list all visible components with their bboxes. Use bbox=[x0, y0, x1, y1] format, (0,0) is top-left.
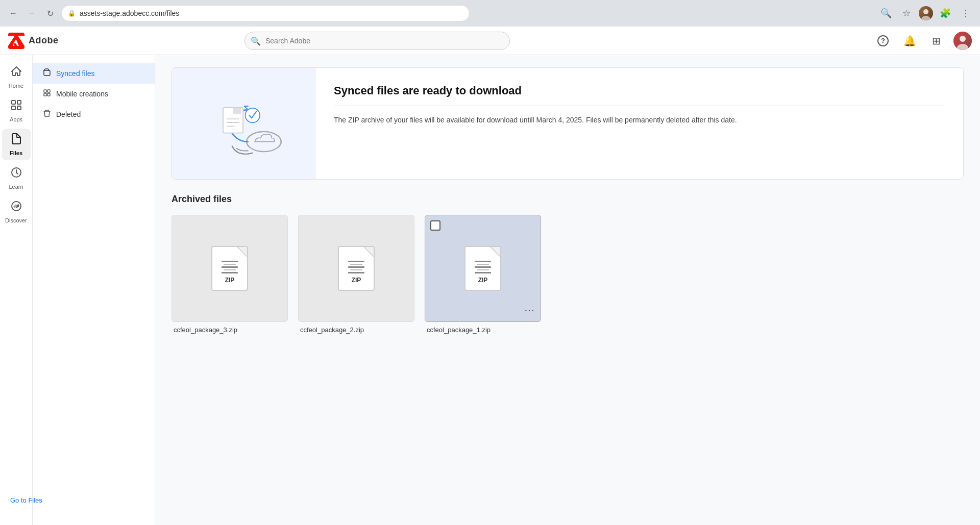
sidebar-item-apps-label: Apps bbox=[10, 116, 22, 122]
user-avatar[interactable] bbox=[953, 32, 972, 50]
search-page-button[interactable]: 🔍 bbox=[878, 5, 894, 21]
search-input[interactable] bbox=[244, 32, 510, 50]
svg-point-1 bbox=[923, 9, 928, 14]
go-to-files-link[interactable]: Go to Files bbox=[33, 496, 42, 504]
files-icon bbox=[10, 133, 22, 148]
url-text: assets-stage.adobecc.com/files bbox=[80, 9, 179, 17]
sidebar-item-files[interactable]: Files bbox=[2, 129, 31, 160]
svg-rect-23 bbox=[250, 137, 277, 151]
adobe-logo-svg bbox=[8, 33, 24, 49]
deleted-icon bbox=[43, 109, 51, 119]
address-bar[interactable]: 🔒 assets-stage.adobecc.com/files bbox=[61, 5, 470, 21]
svg-rect-19 bbox=[47, 90, 50, 92]
help-icon: ? bbox=[877, 35, 889, 46]
illustration-svg bbox=[198, 83, 289, 164]
zip-icon-1: ZIP bbox=[211, 246, 248, 291]
mobile-creations-icon bbox=[43, 89, 51, 99]
home-icon bbox=[10, 65, 22, 81]
file-name-2: ccfeol_package_2.zip bbox=[298, 326, 414, 334]
archived-files-section: Archived files bbox=[172, 194, 964, 334]
apps-icon bbox=[10, 99, 22, 114]
user-avatar-svg bbox=[953, 32, 972, 50]
banner-content: Synced files are ready to download The Z… bbox=[315, 68, 963, 179]
browser-frame: ← → ↻ 🔒 assets-stage.adobecc.com/files 🔍… bbox=[0, 0, 980, 27]
more-options-button-3[interactable]: ⋯ bbox=[522, 303, 536, 317]
sidebar-item-home-label: Home bbox=[9, 83, 23, 89]
lock-icon: 🔒 bbox=[68, 10, 76, 17]
grid-icon: ⊞ bbox=[932, 35, 941, 47]
extensions-button[interactable]: 🧩 bbox=[937, 5, 953, 21]
svg-point-29 bbox=[246, 108, 260, 122]
sidebar-item-home[interactable]: Home bbox=[2, 61, 31, 93]
browser-actions: 🔍 ☆ 🧩 ⋮ bbox=[878, 5, 974, 21]
sidebar-item-files-label: Files bbox=[10, 150, 22, 156]
browser-toolbar: ← → ↻ 🔒 assets-stage.adobecc.com/files 🔍… bbox=[0, 0, 980, 27]
left-sidebar: Home Apps bbox=[0, 55, 33, 525]
svg-rect-10 bbox=[12, 101, 15, 104]
svg-rect-12 bbox=[12, 106, 15, 110]
forward-button[interactable]: → bbox=[24, 6, 39, 20]
menu-button[interactable]: ⋮ bbox=[958, 5, 974, 21]
synced-files-label: Synced files bbox=[56, 69, 94, 78]
sidebar-item-learn[interactable]: Learn bbox=[2, 162, 31, 194]
nav-deleted[interactable]: Deleted bbox=[33, 104, 155, 124]
zip-icon-3: ZIP bbox=[464, 246, 501, 291]
banner-illustration bbox=[172, 68, 315, 179]
reload-button[interactable]: ↻ bbox=[43, 6, 57, 20]
sidebar-item-discover-label: Discover bbox=[5, 217, 27, 223]
file-thumb-2[interactable]: ZIP bbox=[298, 215, 414, 322]
nav-mobile-creations[interactable]: Mobile creations bbox=[33, 84, 155, 104]
mobile-creations-label: Mobile creations bbox=[56, 90, 108, 98]
adobe-logo[interactable]: Adobe bbox=[8, 33, 59, 49]
nav-synced-files[interactable]: Synced files bbox=[33, 63, 155, 84]
nav-actions: ? 🔔 ⊞ bbox=[874, 32, 972, 50]
sidebar-item-discover[interactable]: Discover bbox=[2, 196, 31, 228]
synced-files-banner: Synced files are ready to download The Z… bbox=[172, 67, 964, 180]
svg-point-8 bbox=[960, 36, 966, 42]
content-area: Synced files are ready to download The Z… bbox=[155, 55, 980, 525]
banner-title: Synced files are ready to download bbox=[334, 84, 945, 106]
discover-icon bbox=[10, 200, 22, 215]
browser-profile[interactable] bbox=[919, 6, 933, 20]
file-checkbox-3[interactable] bbox=[430, 220, 440, 231]
nav-sidebar: Synced files Mobile creations bbox=[33, 55, 155, 525]
file-thumb-3[interactable]: ZIP ⋯ bbox=[425, 215, 541, 322]
file-name-3: ccfeol_package_1.zip bbox=[425, 326, 541, 334]
svg-rect-21 bbox=[47, 93, 50, 96]
file-name-1: ccfeol_package_3.zip bbox=[172, 326, 288, 334]
svg-rect-13 bbox=[17, 106, 21, 110]
bookmark-button[interactable]: ☆ bbox=[898, 5, 915, 21]
top-nav: Adobe 🔍 ? 🔔 ⊞ bbox=[0, 27, 980, 55]
help-button[interactable]: ? bbox=[874, 32, 892, 50]
grid-apps-button[interactable]: ⊞ bbox=[927, 32, 945, 50]
notifications-button[interactable]: 🔔 bbox=[900, 32, 919, 50]
learn-icon bbox=[10, 166, 22, 182]
svg-rect-20 bbox=[44, 93, 46, 96]
search-icon: 🔍 bbox=[251, 36, 261, 45]
banner-text: The ZIP archive of your files will be av… bbox=[334, 114, 945, 126]
archived-files-title: Archived files bbox=[172, 194, 964, 205]
file-thumb-1[interactable]: ZIP bbox=[172, 215, 288, 322]
file-card-3: ZIP ⋯ ccfeol_package_1.zip bbox=[425, 215, 541, 334]
files-grid: ZIP ccfeol_package_3.zip bbox=[172, 215, 964, 334]
zip-icon-2: ZIP bbox=[338, 246, 375, 291]
svg-rect-18 bbox=[44, 90, 46, 92]
adobe-wordmark: Adobe bbox=[29, 35, 59, 46]
main-area: Home Apps bbox=[0, 55, 980, 525]
sidebar-item-apps[interactable]: Apps bbox=[2, 95, 31, 127]
bell-icon: 🔔 bbox=[903, 35, 916, 47]
app: Adobe 🔍 ? 🔔 ⊞ bbox=[0, 27, 980, 525]
synced-files-icon bbox=[43, 68, 51, 79]
deleted-label: Deleted bbox=[56, 110, 81, 118]
svg-rect-11 bbox=[17, 101, 21, 104]
search-bar[interactable]: 🔍 bbox=[244, 32, 510, 50]
back-button[interactable]: ← bbox=[6, 6, 20, 20]
sidebar-item-learn-label: Learn bbox=[9, 184, 23, 190]
file-card-2: ZIP ccfeol_package_2.zip bbox=[298, 215, 414, 334]
file-card-1: ZIP ccfeol_package_3.zip bbox=[172, 215, 288, 334]
